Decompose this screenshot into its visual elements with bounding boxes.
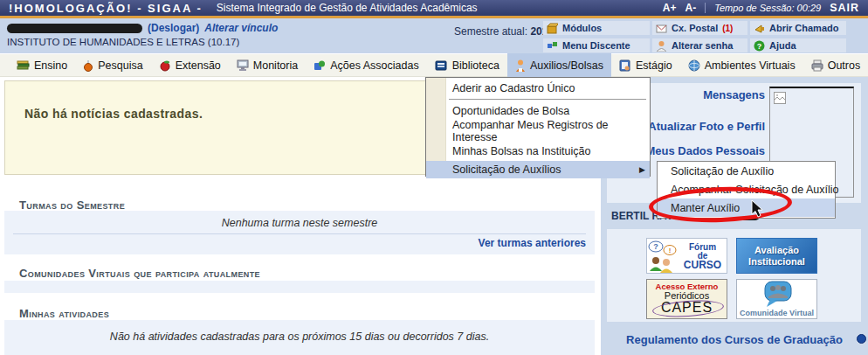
puzzle-icon: [313, 59, 326, 72]
turmas-empty-message: Nenhuma turma neste semestre: [4, 211, 595, 233]
library-icon: [435, 59, 448, 72]
link-row: Ver turmas anteriores: [4, 234, 595, 249]
section-title-turmas: Turmas do Semestre: [19, 198, 125, 212]
broken-image-icon: [774, 92, 788, 106]
previous-classes-link[interactable]: Ver turmas anteriores: [479, 237, 586, 249]
monitor-icon: [237, 59, 249, 72]
change-password-icon: [656, 40, 667, 52]
regulation-row: Regulamento dos Cursos de Graduação: [601, 333, 868, 346]
divider: [705, 3, 706, 13]
svg-text:?: ?: [653, 242, 658, 251]
dropdown-item-acompanhar-registros[interactable]: Acompanhar Meus Registros de Interesse: [426, 121, 650, 141]
menu-ambientes-virtuais[interactable]: Ambientes Virtuais: [680, 53, 803, 77]
system-name: Sistema Integrado de Gestão de Atividade…: [217, 2, 478, 14]
quick-buttons: Módulos Cx. Postal (1) Abrir Chamado Men…: [543, 21, 846, 52]
font-decrease-button[interactable]: A-: [685, 2, 697, 14]
virtual-community-icon: [758, 280, 796, 310]
course-forum-shortcut[interactable]: ? ! Fórum de CURSO: [646, 238, 727, 274]
section-title-comunidades: Comunidades Virtuais que participa atual…: [19, 267, 260, 280]
auxilios-bolsas-dropdown: Aderir ao Cadastro Único Oportunidades d…: [425, 77, 651, 177]
regulation-doc-icon: [857, 334, 866, 344]
flask-icon: [83, 59, 93, 72]
font-increase-button[interactable]: A+: [663, 2, 677, 14]
solicitacao-auxilios-submenu: Solicitação de Auxílio Acompanhar Solici…: [657, 161, 836, 219]
open-ticket-button[interactable]: Abrir Chamado: [750, 21, 846, 35]
dropdown-separator: [449, 99, 646, 100]
sigaa-portal: !HOMOLOGAÇÃO! - SIGAA - Sistema Integrad…: [0, 0, 868, 355]
forum-label: Fórum de CURSO: [679, 243, 727, 269]
virtual-community-shortcut[interactable]: Comunidade Virtual: [736, 279, 817, 319]
dropdown-item-aderir-cadastro-unico[interactable]: Aderir ao Cadastro Único: [426, 78, 650, 98]
extension-icon: [159, 59, 171, 72]
mailbox-icon: [656, 23, 667, 34]
institutional-evaluation-shortcut[interactable]: Avaliação Institucional: [736, 238, 817, 274]
environment-title: !HOMOLOGAÇÃO! - SIGAA -: [9, 2, 203, 15]
menu-biblioteca[interactable]: Biblioteca: [427, 53, 507, 77]
atividades-empty-message: Não há atividades cadastradas para os pr…: [4, 320, 595, 343]
news-empty-message: Não há notícias cadastradas.: [24, 107, 203, 121]
submenu-arrow-icon: ▶: [639, 165, 645, 174]
atividades-panel: Não há atividades cadastradas para os pr…: [4, 320, 595, 355]
menu-auxilios-bolsas[interactable]: Auxilios/Bolsas: [507, 53, 611, 77]
graduation-regulation-link[interactable]: Regulamento dos Cursos de Graduação: [626, 333, 843, 346]
shortcuts-panel: [607, 229, 861, 322]
help-button[interactable]: ? Ajuda: [750, 38, 846, 52]
books-icon: [17, 59, 30, 72]
submenu-item-manter-auxilio[interactable]: Manter Auxílio: [658, 198, 835, 217]
change-bond-link[interactable]: Alterar vínculo: [204, 22, 278, 34]
mail-count-badge: (1): [722, 24, 733, 33]
change-password-button[interactable]: Alterar senha: [652, 38, 747, 52]
redacted-user-name: [7, 24, 142, 33]
menu-extensao[interactable]: Extensão: [151, 53, 229, 77]
main-menu-bar: Ensino Pesquisa Extensão Monitoria Ações…: [0, 53, 868, 77]
student-menu-icon: [547, 40, 558, 52]
modules-button[interactable]: Módulos: [543, 21, 650, 35]
forum-icon: ? !: [647, 240, 679, 273]
logout-button[interactable]: SAIR: [830, 2, 859, 14]
virtual-community-label: Comunidade Virtual: [740, 309, 814, 317]
institute-label: INSTITUTO DE HUMANIDADES E LETRAS (10.17…: [7, 37, 239, 47]
globe-icon: [688, 59, 700, 72]
capes-periodicals-shortcut[interactable]: Acesso Externo Periódicos CAPES: [646, 279, 727, 319]
dropdown-item-solicitacao-auxilios[interactable]: Solicitação de Auxílios ▶: [426, 161, 650, 178]
menu-estagio[interactable]: Estágio: [611, 53, 680, 77]
menu-outros[interactable]: Outros: [803, 53, 868, 77]
menu-monitoria[interactable]: Monitoria: [229, 53, 306, 77]
menu-acoes-associadas[interactable]: Ações Associadas: [306, 53, 426, 77]
printer-icon: [811, 59, 823, 72]
session-timer: Tempo de Sessão: 00:29: [714, 3, 821, 13]
svg-text:?: ?: [757, 42, 762, 51]
svg-text:!: !: [669, 247, 672, 254]
submenu-item-solicitacao-auxilio[interactable]: Solicitação de Auxílio: [658, 162, 835, 180]
turmas-panel: Nenhuma turma neste semestre Ver turmas …: [4, 211, 595, 254]
comunidades-panel: [4, 281, 595, 293]
mailbox-button[interactable]: Cx. Postal (1): [652, 21, 747, 35]
help-icon: ?: [754, 40, 765, 52]
open-ticket-icon: [754, 23, 765, 34]
submenu-item-acompanhar-solicitacao[interactable]: Acompanhar Solicitação de Auxílio: [658, 180, 835, 198]
dropdown-item-minhas-bolsas[interactable]: Minhas Bolsas na Instituição: [426, 141, 650, 161]
top-bar: !HOMOLOGAÇÃO! - SIGAA - Sistema Integrad…: [0, 0, 868, 16]
student-menu-button[interactable]: Menu Discente: [543, 38, 650, 52]
section-title-atividades: Minhas atividades: [19, 307, 109, 320]
logout-link[interactable]: (Deslogar): [148, 22, 199, 34]
user-identity-row: (Deslogar) Alterar vínculo: [7, 22, 278, 34]
notebook-icon: [619, 59, 631, 72]
menu-pesquisa[interactable]: Pesquisa: [75, 53, 150, 77]
person-icon: [515, 59, 526, 72]
menu-ensino[interactable]: Ensino: [9, 53, 75, 77]
modules-icon: [547, 23, 558, 34]
